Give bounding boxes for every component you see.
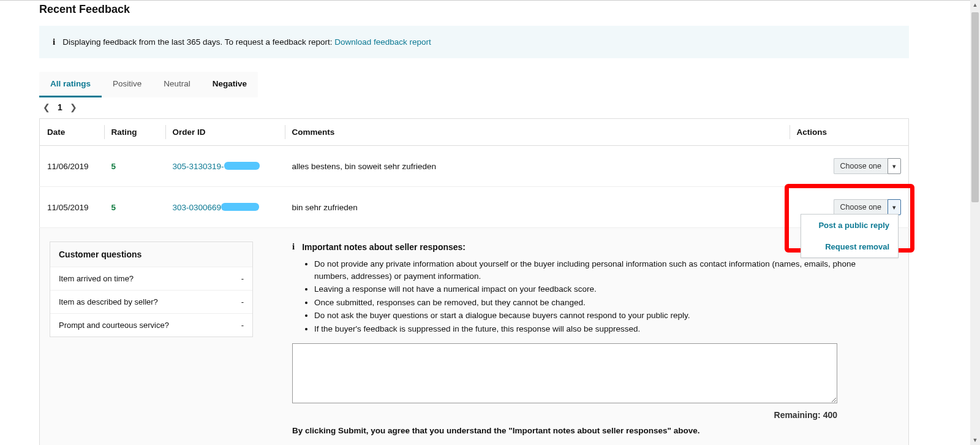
table-row: 11/05/2019 5 303-0300669 bin sehr zufrie…	[40, 187, 909, 228]
note-item: Once submitted, responses can be removed…	[314, 297, 856, 309]
download-report-link[interactable]: Download feedback report	[334, 37, 431, 47]
note-item: Leaving a response will not have a numer…	[314, 283, 856, 295]
remaining-counter: Remaining: 400	[292, 410, 837, 420]
menu-post-reply[interactable]: Post a public reply	[801, 215, 898, 236]
note-item: If the buyer's feedback is suppressed in…	[314, 323, 856, 335]
cq-row: Item as described by seller? -	[50, 291, 252, 314]
cq-answer: -	[241, 297, 244, 306]
cq-answer: -	[241, 321, 244, 330]
agree-text: By clicking Submit, you agree that you u…	[292, 426, 856, 435]
feedback-table: Date Rating Order ID Comments Actions 11…	[39, 118, 909, 228]
cell-date: 11/05/2019	[40, 187, 104, 228]
cell-comment: bin sehr zufrieden	[285, 187, 790, 228]
pager-page: 1	[58, 102, 62, 112]
chevron-down-icon: ▾	[888, 158, 901, 174]
cq-row: Prompt and courteous service? -	[50, 314, 252, 337]
cq-question: Item as described by seller?	[59, 297, 158, 306]
redacted-segment	[224, 162, 260, 170]
page-title: Recent Feedback	[39, 3, 909, 16]
pager-next-icon[interactable]: ❯	[70, 102, 77, 112]
banner-text: Displaying feedback from the last 365 da…	[62, 37, 334, 47]
cell-comment: alles bestens, bin soweit sehr zufrieden	[285, 146, 790, 187]
chevron-down-icon: ▾	[888, 199, 901, 215]
response-panel: Customer questions Item arrived on time?…	[39, 228, 909, 445]
cq-question: Item arrived on time?	[59, 274, 134, 283]
notes-list: Do not provide any private information a…	[306, 258, 856, 335]
cell-date: 11/06/2019	[40, 146, 104, 187]
dropdown-label: Choose one	[834, 199, 888, 215]
cell-rating: 5	[111, 203, 116, 212]
col-date: Date	[40, 119, 104, 146]
scroll-up-icon[interactable]: ▲	[970, 0, 980, 10]
note-item: Do not provide any private information a…	[314, 258, 856, 282]
order-link[interactable]: 305-3130319-	[173, 162, 224, 171]
dropdown-label: Choose one	[834, 158, 888, 174]
response-textarea[interactable]	[292, 343, 837, 403]
cq-title: Customer questions	[50, 242, 252, 267]
info-banner: i Displaying feedback from the last 365 …	[39, 26, 909, 58]
menu-request-removal[interactable]: Request removal	[801, 236, 898, 257]
cq-question: Prompt and courteous service?	[59, 321, 169, 330]
tab-positive[interactable]: Positive	[102, 72, 153, 97]
col-comments: Comments	[285, 119, 790, 146]
choose-one-dropdown[interactable]: Choose one ▾	[834, 199, 901, 215]
vertical-scrollbar[interactable]: ▲ ▼	[970, 0, 980, 445]
col-rating: Rating	[104, 119, 165, 146]
redacted-segment	[221, 203, 259, 211]
tab-negative[interactable]: Negative	[202, 72, 258, 97]
info-icon: i	[53, 37, 55, 47]
pager-prev-icon[interactable]: ❮	[43, 102, 50, 112]
rating-tabs: All ratings Positive Neutral Negative	[39, 72, 258, 97]
col-actions: Actions	[790, 119, 909, 146]
notes-title: Important notes about seller responses:	[302, 242, 466, 252]
order-link[interactable]: 303-0300669	[173, 203, 222, 212]
dropdown-menu: Post a public reply Request removal	[801, 214, 899, 258]
scroll-thumb[interactable]	[971, 12, 979, 202]
tab-neutral[interactable]: Neutral	[153, 72, 202, 97]
cell-rating: 5	[111, 162, 116, 171]
customer-questions: Customer questions Item arrived on time?…	[50, 242, 253, 337]
note-item: Do not ask the buyer questions or start …	[314, 310, 856, 322]
scroll-down-icon[interactable]: ▼	[970, 435, 980, 445]
choose-one-dropdown[interactable]: Choose one ▾	[834, 158, 901, 174]
tab-all-ratings[interactable]: All ratings	[39, 72, 102, 97]
table-row: 11/06/2019 5 305-3130319- alles bestens,…	[40, 146, 909, 187]
info-icon: i	[292, 242, 295, 252]
cq-row: Item arrived on time? -	[50, 267, 252, 291]
cq-answer: -	[241, 274, 244, 283]
col-order: Order ID	[165, 119, 285, 146]
pager: ❮ 1 ❯	[43, 102, 909, 112]
